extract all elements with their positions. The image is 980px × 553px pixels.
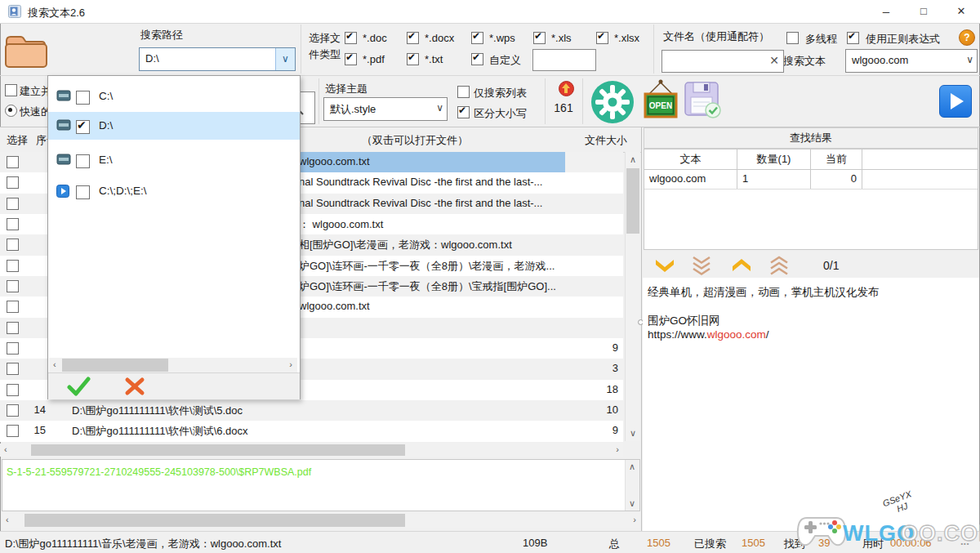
filename-input[interactable]: ✕ [662, 50, 784, 73]
search-text-value: wlgooo.com [852, 54, 908, 66]
results-row[interactable]: wlgooo.com 1 0 [644, 169, 978, 190]
multithread-checkbox[interactable] [786, 32, 799, 44]
chevron-down-icon[interactable]: ∨ [436, 102, 443, 114]
row-checkbox[interactable] [7, 404, 19, 417]
row-checkbox[interactable] [7, 218, 19, 230]
row-checkbox[interactable] [7, 239, 19, 251]
filetype-doc-checkbox[interactable] [345, 32, 357, 44]
scroll-left-icon[interactable]: ‹ [6, 515, 9, 524]
filetype-xls-checkbox[interactable] [533, 32, 546, 44]
log-vscrollbar[interactable]: ∧ ∨ [625, 460, 639, 511]
scroll-right-icon[interactable]: › [616, 445, 619, 454]
drive-checkbox[interactable] [76, 185, 90, 199]
clear-filename-icon[interactable]: ✕ [769, 54, 779, 67]
theme-combobox[interactable]: 默认.style ∨ [323, 97, 448, 121]
watermark-dots: ... [960, 535, 969, 547]
drive-item-e[interactable]: E:\ [48, 146, 300, 174]
row-checkbox[interactable] [7, 280, 19, 292]
table-row[interactable]: 15D:\围炉go111111111\软件\测试\6.docx9 [0, 421, 623, 441]
open-sign-icon[interactable]: OPEN [642, 78, 679, 123]
scroll-thumb[interactable] [24, 514, 405, 527]
row-checkbox[interactable] [7, 322, 19, 334]
run-search-button[interactable] [939, 85, 972, 118]
custom-type-input[interactable] [532, 49, 596, 71]
svg-text:OPEN: OPEN [649, 101, 672, 110]
scroll-right-icon[interactable]: › [289, 360, 292, 369]
log-hscrollbar[interactable]: ‹ › [2, 513, 640, 528]
folder-icon[interactable] [3, 31, 51, 70]
scroll-left-icon[interactable]: ‹ [4, 445, 7, 454]
drive-checkbox[interactable] [76, 154, 90, 168]
row-checkbox[interactable] [7, 198, 19, 210]
drive-item-all[interactable]: C:\;D:\;E:\ [48, 177, 300, 205]
first-match-icon[interactable] [768, 255, 790, 276]
filetype-wps-checkbox[interactable] [471, 32, 483, 44]
regex-checkbox[interactable] [847, 32, 859, 44]
table-row[interactable]: 14D:\围炉go111111111\软件\测试\5.doc10 [0, 400, 623, 421]
maximize-button[interactable]: □ [905, 0, 942, 23]
drive-item-d[interactable]: D:\ [48, 112, 300, 140]
theme-value: 默认.style [330, 102, 376, 117]
scroll-thumb[interactable] [626, 168, 639, 234]
scroll-thumb[interactable] [62, 359, 168, 372]
preview-panel[interactable]: 经典单机，超清漫画，动画，掌机主机汉化发布 围炉GO怀旧网 https://ww… [643, 278, 979, 531]
chevron-down-icon[interactable]: ∨ [966, 54, 973, 65]
counter-value: 161 [545, 101, 582, 114]
confirm-check-icon[interactable] [66, 376, 91, 397]
update-badge-icon[interactable] [559, 81, 574, 96]
preview-line1: 经典单机，超清漫画，动画，掌机主机汉化发布 [648, 285, 880, 300]
filetype-pdf-checkbox[interactable] [345, 53, 357, 65]
quick-radio[interactable] [5, 105, 17, 117]
settings-gear-icon[interactable] [590, 80, 635, 124]
help-icon[interactable]: ? [959, 29, 975, 46]
row-checkbox[interactable] [7, 425, 19, 437]
scroll-left-icon[interactable]: ‹ [53, 360, 56, 369]
title-bar: 搜索文本2.6 – □ ✕ [0, 0, 980, 23]
row-checkbox[interactable] [7, 156, 19, 168]
log-panel[interactable]: S-1-5-21-559579721-2710249555-245103978-… [2, 459, 640, 511]
build-checkbox[interactable] [5, 84, 17, 96]
filetype-custom-checkbox[interactable] [471, 53, 483, 65]
col-text: 文本 [644, 149, 737, 169]
only-list-checkbox[interactable] [457, 86, 470, 98]
file-list-hscrollbar[interactable]: ‹ › [0, 444, 623, 457]
drive-item-c[interactable]: C:\ [48, 83, 300, 110]
row-checkbox[interactable] [7, 363, 19, 375]
next-match-icon[interactable] [654, 258, 675, 273]
scroll-up-icon[interactable]: ∧ [629, 462, 635, 471]
preview-url: https://www.wlgooo.com/ [648, 328, 769, 341]
row-checkbox[interactable] [7, 301, 19, 313]
scroll-right-icon[interactable]: › [633, 515, 636, 524]
row-checkbox[interactable] [7, 342, 19, 355]
results-table[interactable]: 文本 数量(1) 当前 wlgooo.com 1 0 [644, 149, 978, 250]
prev-match-icon[interactable] [731, 258, 752, 273]
scroll-down-icon[interactable]: ∨ [630, 429, 636, 438]
filetype-txt-checkbox[interactable] [407, 53, 419, 65]
last-match-icon[interactable] [691, 255, 712, 276]
file-list-vscrollbar[interactable]: ∧ ∨ [625, 152, 640, 441]
drive-label: C:\ [99, 90, 113, 102]
save-floppy-icon[interactable] [684, 81, 721, 118]
row-checkbox[interactable] [7, 176, 19, 189]
row-checkbox[interactable] [7, 260, 19, 272]
filetype-docx-checkbox[interactable] [407, 32, 419, 44]
search-text-combobox[interactable]: wlgooo.com ∨ [845, 49, 978, 73]
scroll-up-icon[interactable]: ∧ [630, 155, 636, 164]
case-sensitive-checkbox[interactable] [457, 106, 470, 118]
search-path-label: 搜索路径 [140, 28, 183, 42]
filetype-txt-label: *.txt [425, 53, 443, 65]
chevron-down-icon[interactable]: ∨ [275, 48, 295, 70]
minimize-button[interactable]: – [867, 0, 905, 23]
drive-dropdown-popup[interactable]: C:\ D:\ E:\ C:\;D:\;E:\ ‹ › [47, 75, 301, 399]
panel-divider[interactable] [641, 127, 642, 531]
search-path-combobox[interactable]: D:\ ∨ [139, 47, 296, 71]
scroll-thumb[interactable] [31, 444, 405, 456]
close-button[interactable]: ✕ [942, 0, 980, 23]
row-checkbox[interactable] [7, 384, 19, 396]
scroll-down-icon[interactable]: ∨ [629, 499, 635, 508]
drive-checkbox[interactable] [76, 91, 90, 105]
popup-hscrollbar[interactable]: ‹ › [49, 358, 297, 372]
drive-checkbox[interactable] [76, 120, 90, 134]
filetype-xlsx-checkbox[interactable] [596, 32, 608, 44]
cancel-x-icon[interactable] [123, 376, 146, 397]
